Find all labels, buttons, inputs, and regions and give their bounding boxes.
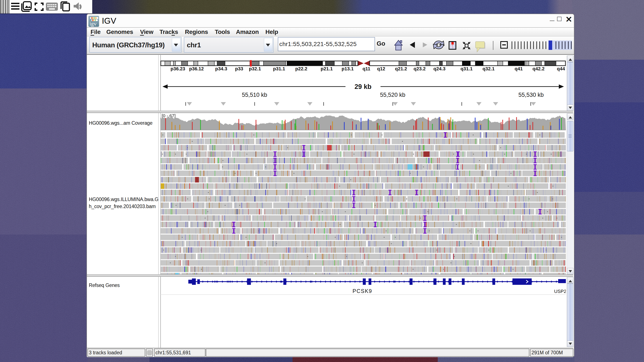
svg-text:q21.2: q21.2 — [395, 66, 407, 71]
svg-text:p34.3: p34.3 — [215, 66, 227, 71]
svg-text:55,520 kb: 55,520 kb — [380, 92, 406, 98]
svg-text:55,530 kb: 55,530 kb — [518, 92, 544, 98]
svg-text:q44: q44 — [557, 66, 565, 71]
svg-text:p13.1: p13.1 — [342, 66, 354, 71]
svg-text:29 kb: 29 kb — [354, 83, 371, 90]
svg-text:p31.1: p31.1 — [273, 66, 285, 71]
svg-text:PCSK9: PCSK9 — [352, 288, 372, 294]
svg-text:q23.2: q23.2 — [414, 66, 426, 71]
svg-text:p36.12: p36.12 — [189, 66, 204, 71]
svg-text:55,510 kb: 55,510 kb — [242, 92, 267, 98]
svg-text:q11: q11 — [362, 66, 370, 71]
svg-text:igv: igv — [90, 21, 96, 27]
svg-text:p36.23: p36.23 — [170, 66, 185, 71]
svg-text:q41: q41 — [514, 66, 523, 71]
svg-text:p32.1: p32.1 — [249, 66, 261, 71]
svg-text:p21.1: p21.1 — [321, 66, 333, 71]
svg-text:q12: q12 — [377, 66, 385, 71]
svg-text:q32.1: q32.1 — [482, 66, 494, 71]
svg-text:q24.3: q24.3 — [434, 66, 446, 71]
svg-text:q42.2: q42.2 — [532, 66, 544, 71]
svg-text:p33: p33 — [235, 66, 243, 71]
svg-text:USP24: USP24 — [554, 289, 566, 294]
svg-text:p22.2: p22.2 — [295, 66, 307, 71]
svg-text:q31.1: q31.1 — [460, 66, 472, 71]
